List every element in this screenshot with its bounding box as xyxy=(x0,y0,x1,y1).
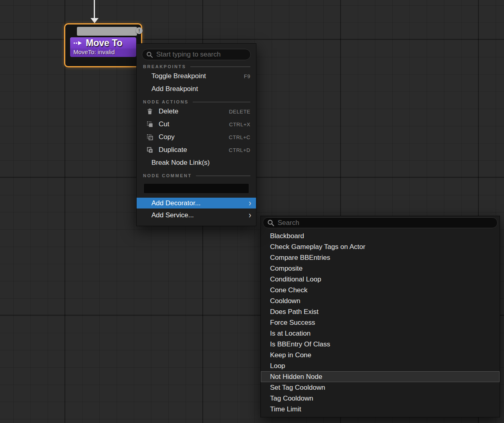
cut-icon xyxy=(146,121,153,128)
submenu-item[interactable]: Blackboard xyxy=(261,231,500,241)
submenu-item[interactable]: Conditional Loop xyxy=(261,274,500,285)
submenu-item[interactable]: Check Gameplay Tags on Actor xyxy=(261,241,500,252)
add-decorator-submenu: Blackboard Check Gameplay Tags on Actor … xyxy=(260,216,500,417)
submenu-item[interactable]: Compare BBEntries xyxy=(261,252,500,263)
menu-item-add-breakpoint[interactable]: Add Breakpoint xyxy=(137,83,256,95)
menu-item-cut[interactable]: Cut CTRL+X xyxy=(137,118,256,131)
submenu-item[interactable]: Set Tag Cooldown xyxy=(261,382,500,393)
submenu-item[interactable]: Cooldown xyxy=(261,295,500,306)
move-to-node[interactable]: Move To MoveTo: invalid ! xyxy=(64,23,142,67)
edge-arrowhead-icon xyxy=(91,18,99,23)
trash-icon xyxy=(146,108,153,115)
section-header-node-actions: NODE ACTIONS xyxy=(143,99,250,104)
submenu-search[interactable] xyxy=(263,217,498,228)
menu-item-toggle-breakpoint[interactable]: Toggle Breakpoint F9 xyxy=(137,70,256,83)
shortcut-label: DELETE xyxy=(229,109,250,115)
submenu-search-input[interactable] xyxy=(278,219,493,227)
shortcut-label: CTRL+C xyxy=(229,134,250,140)
submenu-item[interactable]: Keep in Cone xyxy=(261,350,500,360)
menu-item-copy[interactable]: Copy CTRL+C xyxy=(137,131,256,144)
submenu-item[interactable]: Is BBEntry Of Class xyxy=(261,339,500,350)
move-to-icon xyxy=(73,40,83,46)
submenu-item[interactable]: Cone Check xyxy=(261,285,500,295)
node-warning-badge: ! xyxy=(136,27,143,34)
submenu-item[interactable]: Loop xyxy=(261,360,500,371)
submenu-item[interactable]: Time Limit xyxy=(261,404,500,415)
shortcut-label: CTRL+D xyxy=(229,147,250,153)
graph-canvas[interactable]: { "canvas": { "node": { "title": "Move T… xyxy=(0,0,504,423)
submenu-item[interactable]: Composite xyxy=(261,263,500,274)
duplicate-icon xyxy=(146,146,153,154)
section-header-breakpoints: BREAKPOINTS xyxy=(143,64,250,69)
submenu-item[interactable]: Is at Location xyxy=(261,328,500,339)
context-menu-search[interactable] xyxy=(142,49,251,60)
menu-item-add-service[interactable]: Add Service... › xyxy=(137,210,256,221)
section-header-node-comment: NODE COMMENT xyxy=(143,173,250,178)
copy-icon xyxy=(146,134,153,141)
shortcut-label: CTRL+X xyxy=(229,121,250,128)
node-title: Move To xyxy=(86,38,123,49)
shortcut-label: F9 xyxy=(244,73,250,79)
search-icon xyxy=(146,51,153,58)
menu-item-duplicate[interactable]: Duplicate CTRL+D xyxy=(137,144,256,156)
chevron-right-icon: › xyxy=(249,210,251,220)
decorator-list: Blackboard Check Gameplay Tags on Actor … xyxy=(261,231,500,417)
submenu-item[interactable]: Tag Cooldown xyxy=(261,393,500,404)
chevron-right-icon: › xyxy=(249,198,251,208)
node-comment-input[interactable] xyxy=(143,183,249,194)
node-header: Move To xyxy=(70,37,136,49)
menu-item-delete[interactable]: Delete DELETE xyxy=(137,105,256,118)
submenu-item[interactable]: Not Hidden Node xyxy=(261,371,500,382)
search-input[interactable] xyxy=(156,51,246,59)
submenu-item[interactable]: Force Success xyxy=(261,317,500,328)
node-context-menu: BREAKPOINTS Toggle Breakpoint F9 Add Bre… xyxy=(136,43,256,226)
node-incoming-edge xyxy=(94,0,95,19)
node-index-bar xyxy=(77,27,137,36)
submenu-item[interactable]: Does Path Exist xyxy=(261,306,500,317)
menu-item-break-node-links[interactable]: Break Node Link(s) xyxy=(137,156,256,169)
node-subtitle: MoveTo: invalid xyxy=(70,49,136,57)
menu-item-add-decorator[interactable]: Add Decorator... › xyxy=(137,198,256,208)
node-body: Move To MoveTo: invalid xyxy=(70,37,136,57)
search-icon xyxy=(267,219,274,227)
